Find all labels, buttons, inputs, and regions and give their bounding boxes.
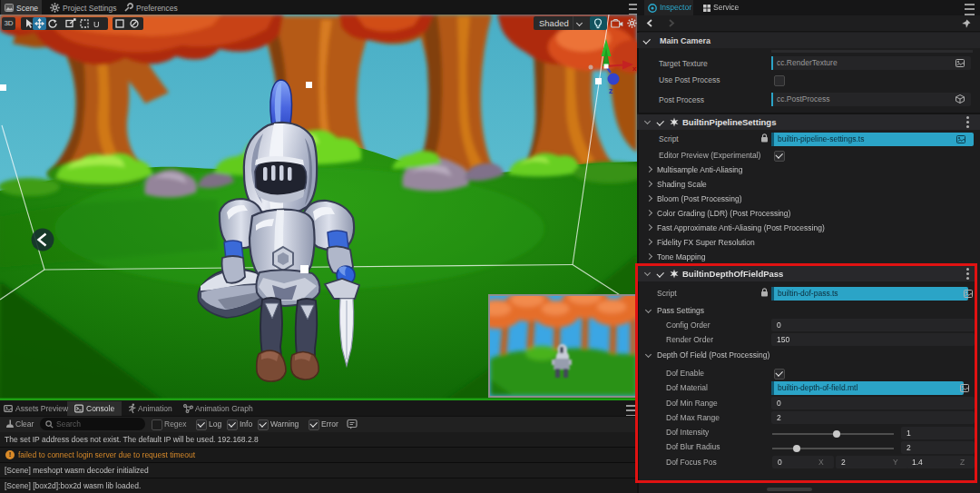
svg-text:U: U [93,20,100,29]
svg-text:z: z [609,86,613,95]
